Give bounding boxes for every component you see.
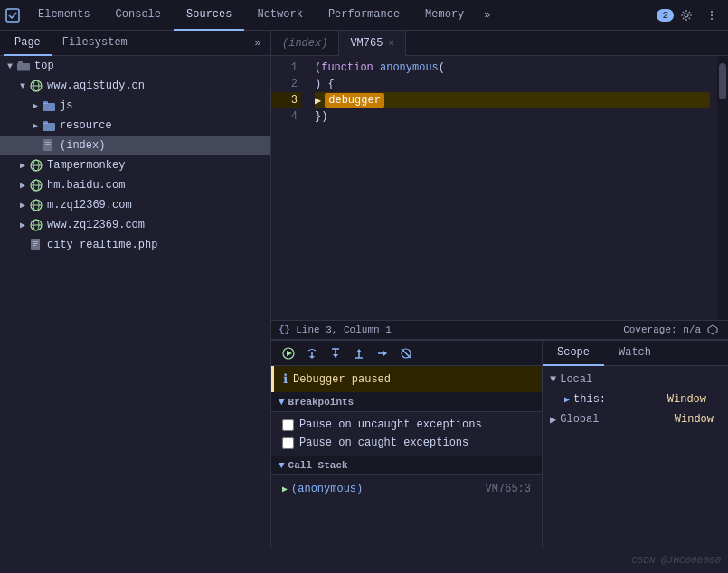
svg-rect-15 bbox=[43, 139, 52, 151]
svg-rect-33 bbox=[33, 243, 38, 244]
pause-caught-checkbox[interactable] bbox=[282, 437, 294, 449]
line-numbers: 1 2 3 4 bbox=[271, 56, 307, 320]
svg-marker-37 bbox=[287, 351, 292, 356]
step-over-button[interactable] bbox=[302, 343, 322, 363]
tree-item-js[interactable]: ▶ js bbox=[0, 96, 270, 116]
scope-item-this: ▶ this: Window bbox=[543, 390, 728, 409]
arrow-js: ▶ bbox=[29, 100, 42, 111]
arrow-hm-baidu: ▶ bbox=[16, 180, 29, 191]
code-view: 1 2 3 4 (function anonymous ( ) { ▶ bbox=[271, 56, 728, 320]
coverage-settings-button[interactable] bbox=[704, 322, 721, 338]
code-scrollbar[interactable] bbox=[717, 56, 728, 320]
scope-group-global[interactable]: ▶ Global Window bbox=[543, 409, 728, 429]
debugger-banner-text: Debugger paused bbox=[293, 373, 391, 386]
cursor-position: Line 3, Column 1 bbox=[296, 324, 392, 335]
info-icon: ℹ bbox=[283, 371, 288, 387]
scope-content: ▼ Local ▶ this: Window ▶ bbox=[543, 366, 728, 433]
step-into-button[interactable] bbox=[326, 343, 345, 363]
badge-count: 2 bbox=[657, 9, 674, 22]
debug-toolbar bbox=[271, 341, 542, 366]
svg-rect-18 bbox=[45, 146, 49, 146]
resume-button[interactable] bbox=[279, 343, 298, 363]
token-paren: ( bbox=[439, 61, 445, 74]
callstack-section-header[interactable]: ▼ Call Stack bbox=[271, 456, 542, 475]
code-tab-close[interactable]: × bbox=[388, 38, 394, 49]
svg-rect-11 bbox=[43, 103, 55, 111]
subtab-more-button[interactable]: » bbox=[249, 34, 267, 52]
code-tab-vm765[interactable]: VM765 × bbox=[339, 31, 406, 56]
code-line-1: (function anonymous ( bbox=[315, 60, 710, 76]
tree-item-top[interactable]: ▼ top bbox=[0, 56, 270, 76]
code-tab-index[interactable]: (index) bbox=[271, 31, 339, 56]
tree-item-hm-baidu[interactable]: ▶ hm.baidu.com bbox=[0, 175, 270, 195]
tab-sources[interactable]: Sources bbox=[174, 0, 244, 31]
scope-tab-watch[interactable]: Watch bbox=[604, 341, 666, 366]
settings-button[interactable] bbox=[674, 3, 699, 28]
svg-marker-44 bbox=[356, 349, 362, 352]
tab-memory[interactable]: Memory bbox=[412, 0, 477, 31]
code-line-2: ) { bbox=[315, 76, 710, 92]
more-tabs-button[interactable]: » bbox=[477, 0, 497, 31]
menu-button[interactable] bbox=[699, 3, 724, 28]
bottom-section: ℹ Debugger paused ▼ Breakpoints Pause on… bbox=[271, 340, 728, 548]
scope-tabs-bar: Scope Watch bbox=[543, 341, 728, 366]
line-num-4: 4 bbox=[271, 108, 301, 125]
svg-marker-35 bbox=[708, 325, 717, 334]
global-label: Global bbox=[560, 413, 599, 426]
svg-rect-0 bbox=[6, 9, 19, 22]
local-label: Local bbox=[560, 373, 592, 386]
svg-rect-7 bbox=[18, 61, 23, 64]
tab-performance[interactable]: Performance bbox=[316, 0, 412, 31]
debug-panel: ℹ Debugger paused ▼ Breakpoints Pause on… bbox=[271, 341, 543, 548]
scope-item-this-key: this: bbox=[573, 393, 606, 406]
tab-console[interactable]: Console bbox=[103, 0, 174, 31]
step-button[interactable] bbox=[373, 343, 392, 363]
svg-point-2 bbox=[711, 11, 713, 13]
svg-marker-47 bbox=[383, 351, 387, 356]
breakpoints-section-header[interactable]: ▼ Breakpoints bbox=[271, 392, 542, 412]
tree-item-aqistudy[interactable]: ▼ www.aqistudy.cn bbox=[0, 76, 270, 96]
tree-item-www-zq12369[interactable]: ▶ www.zq12369.com bbox=[0, 215, 270, 235]
svg-point-4 bbox=[711, 18, 713, 20]
svg-marker-41 bbox=[333, 354, 338, 358]
pause-uncaught-label: Pause on uncaught exceptions bbox=[299, 418, 482, 431]
tab-elements[interactable]: Elements bbox=[25, 0, 103, 31]
subtab-page[interactable]: Page bbox=[4, 31, 52, 56]
code-tabs-bar: (index) VM765 × bbox=[271, 31, 728, 56]
local-arrow: ▼ bbox=[550, 373, 556, 386]
file-icon-city-realtime bbox=[29, 238, 43, 252]
arrow-aqistudy: ▼ bbox=[16, 81, 29, 91]
pause-uncaught-checkbox[interactable] bbox=[282, 419, 294, 431]
domain-icon-aqistudy bbox=[29, 79, 43, 93]
svg-point-3 bbox=[711, 14, 713, 16]
file-tree-panel: Page Filesystem » ▼ top bbox=[0, 31, 271, 548]
tree-item-index[interactable]: (index) bbox=[0, 136, 270, 155]
file-tree: ▼ top ▼ bbox=[0, 56, 270, 548]
global-value: Window bbox=[675, 413, 721, 426]
scope-tab-scope[interactable]: Scope bbox=[543, 341, 604, 366]
execution-arrow: ▶ bbox=[315, 94, 321, 108]
devtools-icon bbox=[4, 6, 22, 24]
right-panel: (index) VM765 × 1 2 3 4 (function anonym… bbox=[271, 31, 728, 548]
callstack-item-anonymous[interactable]: ▶ (anonymous) VM765:3 bbox=[271, 479, 542, 499]
domain-icon-tampermonkey bbox=[29, 158, 43, 173]
svg-rect-14 bbox=[43, 121, 48, 124]
tab-network[interactable]: Network bbox=[244, 0, 315, 31]
scope-group-local[interactable]: ▼ Local bbox=[543, 370, 728, 390]
code-line-4: }) bbox=[315, 108, 710, 125]
tree-item-m-zq12369[interactable]: ▶ m.zq12369.com bbox=[0, 195, 270, 215]
subtab-filesystem[interactable]: Filesystem bbox=[52, 31, 138, 56]
deactivate-breakpoints-button[interactable] bbox=[396, 343, 416, 363]
step-out-button[interactable] bbox=[349, 343, 369, 363]
domain-icon-hm-baidu bbox=[29, 178, 43, 193]
svg-rect-31 bbox=[31, 239, 40, 250]
scope-item-this-val: Window bbox=[667, 393, 706, 406]
tree-item-tampermonkey[interactable]: ▶ Tampermonkey bbox=[0, 155, 270, 175]
scroll-thumb[interactable] bbox=[719, 63, 726, 99]
code-line-3: ▶ debugger bbox=[315, 92, 710, 108]
svg-rect-16 bbox=[45, 142, 51, 143]
sub-tabs: Page Filesystem » bbox=[0, 31, 270, 56]
tree-item-resource[interactable]: ▶ resource bbox=[0, 116, 270, 136]
tree-item-city-realtime[interactable]: city_realtime.php bbox=[0, 235, 270, 255]
domain-icon-www-zq12369 bbox=[29, 218, 43, 232]
